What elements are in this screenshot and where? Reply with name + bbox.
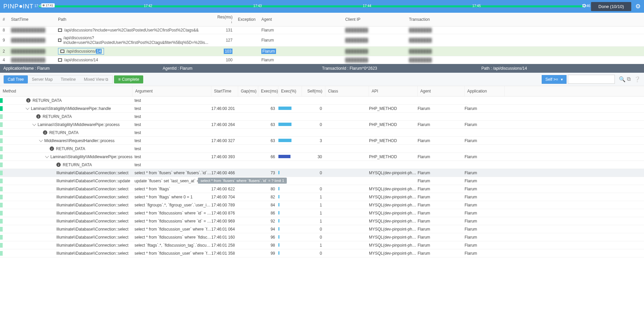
transaction-info-bar: ApplicationName : Flarum AgentId : Flaru… (0, 64, 644, 73)
cth-self[interactable]: Self(ms) (302, 86, 325, 96)
depth-bar (0, 130, 3, 135)
exec-bar (278, 187, 279, 190)
exec-bar (278, 195, 279, 198)
exec-bar (278, 243, 279, 247)
app-cell: Flarum (465, 211, 505, 215)
depth-bar (0, 219, 3, 224)
filter-input[interactable] (568, 75, 615, 84)
timeline-slider[interactable]: 17:41 17:4117:4217:4317:4417:4517:46 (39, 0, 586, 13)
agent-cell: Flarum (418, 187, 465, 191)
calltree-row[interactable]: Illuminate\\Database\\Connection::select… (0, 249, 644, 257)
col-path[interactable]: Path (55, 13, 212, 26)
execp-cell (278, 187, 302, 191)
calltree-row[interactable]: Illuminate\\Database\\Connection::select… (0, 193, 644, 201)
depth-bar (0, 98, 3, 103)
depth-bar (0, 227, 3, 232)
calltree-row[interactable]: Illuminate\\Database\\Connection::select… (0, 201, 644, 209)
col-transaction[interactable]: Transaction (406, 13, 644, 26)
cth-starttime[interactable]: StartTime (211, 86, 238, 96)
cth-argument[interactable]: Argument (132, 86, 211, 96)
start-cell: 17:46:00 622 (211, 187, 238, 191)
calltree-row[interactable]: iRETURN_DATA test (0, 129, 644, 137)
help-icon[interactable]: ❔ (634, 76, 641, 82)
col-exception[interactable]: Exception (235, 13, 259, 26)
calltree-row[interactable]: iRETURN_DATA test (0, 113, 644, 121)
execp-cell (278, 211, 302, 215)
timeline-knob[interactable]: 17:41 (41, 3, 55, 7)
calltree-row[interactable]: Illuminate\\Database\\Connection::update… (0, 177, 644, 185)
cth-agent[interactable]: Agent (418, 86, 465, 96)
calltree-header: Method Argument StartTime Gap(ms) Exec(m… (0, 86, 644, 97)
calltree-row[interactable]: Illuminate\\Database\\Connection::select… (0, 225, 644, 233)
argument-cell: select `fltags`.*, `fldiscussion_tag`.`d… (132, 243, 211, 248)
col-clientip[interactable]: Client IP (342, 13, 406, 26)
info-transactionid: TransactionId : Flarum^0^2623 (322, 66, 481, 71)
tab-timeline[interactable]: Timeline (57, 75, 80, 83)
agent-cell: Flarum (418, 203, 465, 207)
tx-row[interactable]: 4████████████/api/discussions/14100Flaru… (0, 56, 644, 64)
execp-cell (278, 203, 302, 207)
calltree-row[interactable]: Illuminate\\Database\\Connection::select… (0, 241, 644, 249)
calltree-row[interactable]: iRETURN_DATA test (0, 97, 644, 105)
argument-cell: test (132, 146, 211, 151)
tx-row[interactable]: 8████████████/api/discussions?include=us… (0, 26, 644, 34)
chevron-down-icon[interactable] (39, 138, 43, 142)
calltree-row[interactable]: Illuminate\\Database\\Connection::select… (0, 233, 644, 241)
api-cell: MYSQL(dev-pinpoint-php-t... (369, 195, 418, 199)
tab-servermap[interactable]: Server Map (28, 75, 57, 83)
calltree-row[interactable]: Laminas\\Stratigility\\MiddlewarePipe::p… (0, 121, 644, 129)
done-button[interactable]: Done (10/10) (591, 2, 631, 11)
cth-app[interactable]: Application (465, 86, 505, 96)
calltree-row[interactable]: Illuminate\\Database\\Connection::select… (0, 169, 644, 177)
search-icon[interactable]: 🔍 (619, 76, 626, 82)
chevron-down-icon[interactable] (32, 122, 36, 126)
cth-execp[interactable]: Exec(%) (278, 86, 302, 96)
cth-exec[interactable]: Exec(ms) (258, 86, 278, 96)
calltree-row[interactable]: Laminas\\Stratigility\\MiddlewarePipe::h… (0, 105, 644, 113)
calltree-row[interactable]: Illuminate\\Database\\Connection::select… (0, 209, 644, 217)
api-cell: PHP_METHOD (369, 106, 418, 111)
cth-method[interactable]: Method (0, 86, 132, 96)
exec-bar (278, 107, 291, 110)
method-name: RETURN_DATA (63, 163, 92, 167)
api-cell: MYSQL(dev-pinpoint-php-t... (369, 203, 418, 207)
agent-cell: Flarum (418, 227, 465, 232)
cth-gap[interactable]: Gap(ms) (238, 86, 258, 96)
argument-cell: select `flgroups`.*, `flgroup_user`.`use… (132, 203, 211, 207)
method-name: Illuminate\\Database\\Connection::select (56, 187, 128, 191)
tab-mixedview[interactable]: Mixed View ⧉ (80, 75, 112, 83)
filter-select[interactable]: Self >=▾ (542, 75, 567, 84)
logo-dot-icon (19, 5, 22, 8)
tab-calltree[interactable]: Call Tree (4, 75, 28, 83)
col-num[interactable]: # (0, 13, 8, 26)
calltree-row[interactable]: Laminas\\Stratigility\\MiddlewarePipe::p… (0, 153, 644, 161)
calltree-row[interactable]: Illuminate\\Database\\Connection::select… (0, 185, 644, 193)
cth-class[interactable]: Class (325, 86, 369, 96)
calltree-row[interactable]: Illuminate\\Database\\Connection::select… (0, 217, 644, 225)
complete-button[interactable]: ≡Complete (114, 75, 143, 83)
exec-cell: 84 (258, 203, 278, 207)
execp-cell (278, 251, 302, 256)
tx-row[interactable]: 9████████████/api/discussions?include=us… (0, 34, 644, 47)
info-icon: i (50, 146, 54, 151)
agent-cell: Flarum (418, 179, 465, 183)
chevron-down-icon[interactable] (25, 106, 29, 110)
calltree-row[interactable]: iRETURN_DATA test (0, 161, 644, 169)
exec-bar (278, 219, 279, 223)
app-cell: Flarum (465, 219, 505, 224)
col-agent[interactable]: Agent (259, 13, 342, 26)
col-starttime[interactable]: StartTime (8, 13, 55, 26)
chevron-down-icon[interactable] (45, 154, 49, 158)
app-cell: Flarum (465, 171, 505, 175)
tx-row[interactable]: 2████████████/api/discussions/14103Flaru… (0, 47, 644, 56)
cth-api[interactable]: API (369, 86, 418, 96)
start-cell: 17:46:00 327 (211, 138, 238, 143)
top-bar: PINPINT 17:41 17:4117:4217:4317:4417:451… (0, 0, 644, 13)
method-name: RETURN_DATA (43, 114, 72, 119)
popout-icon[interactable]: ⧉ (627, 76, 631, 82)
calltree-row[interactable]: Middlewares\\RequestHandler::process tes… (0, 137, 644, 145)
col-res[interactable]: Res(ms) ↓ (212, 13, 235, 26)
calltree-row[interactable]: iRETURN_DATA test (0, 145, 644, 153)
depth-bar (0, 251, 3, 256)
gear-icon[interactable]: ⚙ (635, 3, 641, 10)
